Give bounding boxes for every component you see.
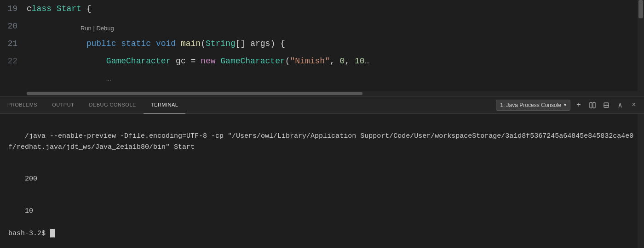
line-content-22: … xyxy=(27,52,644,96)
tab-problems[interactable]: PROBLEMS xyxy=(0,96,45,113)
line-content-19: class Start { xyxy=(27,0,644,17)
terminal-output: /java --enable-preview -Dfile.encoding=U… xyxy=(8,120,636,163)
terminal-command: /java --enable-preview -Dfile.encoding=U… xyxy=(8,132,633,151)
line-number-22: 22 xyxy=(0,52,27,70)
v-scrollbar-thumb[interactable] xyxy=(638,0,643,18)
terminal-area[interactable]: /java --enable-preview -Dfile.encoding=U… xyxy=(0,114,644,248)
tab-terminal[interactable]: TERMINAL xyxy=(144,96,186,113)
run-debug-hint[interactable]: Run | Debug xyxy=(80,25,114,32)
panel-tabs-bar: PROBLEMS OUTPUT DEBUG CONSOLE TERMINAL 1… xyxy=(0,96,644,114)
editor-area: 19 class Start { Run | Debug 20 public s… xyxy=(0,0,644,96)
code-line-22: 22 … xyxy=(0,52,644,70)
terminal-output-line1: 200 xyxy=(8,163,636,195)
terminal-cursor xyxy=(50,229,55,237)
terminal-prompt-line: bash-3.2$ xyxy=(8,228,636,239)
terminal-prompt: bash-3.2$ xyxy=(8,228,50,239)
code-line-19: 19 class Start { xyxy=(0,0,644,17)
kill-terminal-button[interactable] xyxy=(601,100,612,111)
svg-rect-0 xyxy=(590,102,592,108)
tab-output[interactable]: OUTPUT xyxy=(45,96,81,113)
code-lines: 19 class Start { Run | Debug 20 public s… xyxy=(0,0,644,70)
h-scrollbar-thumb[interactable] xyxy=(27,92,362,95)
editor-h-scrollbar[interactable] xyxy=(27,91,638,96)
terminal-output-line2: 10 xyxy=(8,195,636,227)
svg-rect-1 xyxy=(593,102,595,108)
terminal-v-scrollbar[interactable] xyxy=(638,114,644,248)
console-dropdown[interactable]: 1: Java Process Console ▾ xyxy=(496,100,570,111)
close-panel-button[interactable]: × xyxy=(628,100,639,111)
chevron-down-icon: ▾ xyxy=(564,102,566,107)
panel-toolbar: 1: Java Process Console ▾ + ∧ × xyxy=(496,96,644,113)
run-label[interactable]: Run | Debug xyxy=(80,25,114,32)
split-terminal-button[interactable] xyxy=(587,100,598,111)
line-number-21: 21 xyxy=(0,35,27,52)
code-line-21: 21 GameCharacter gc = new GameCharacter(… xyxy=(0,35,644,52)
tab-debug-console[interactable]: DEBUG CONSOLE xyxy=(81,96,143,113)
new-terminal-button[interactable]: + xyxy=(573,100,584,111)
maximize-panel-button[interactable]: ∧ xyxy=(615,100,626,111)
editor-v-scrollbar[interactable]: + xyxy=(638,0,644,96)
line-number-20: 20 xyxy=(0,17,27,35)
line-number-19: 19 xyxy=(0,0,27,17)
svg-rect-2 xyxy=(604,105,609,106)
